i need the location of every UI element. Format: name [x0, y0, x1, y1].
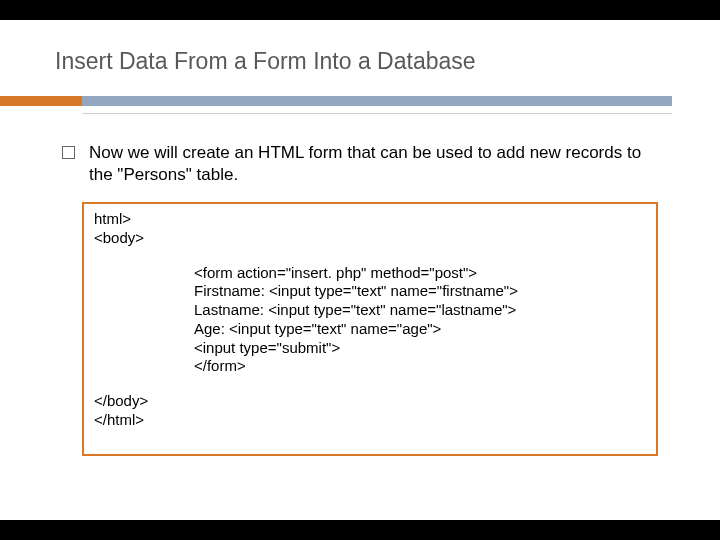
accent-orange [0, 96, 82, 106]
bullet-square-icon [62, 146, 75, 159]
divider-line [82, 113, 672, 114]
code-line: Firstname: <input type="text" name="firs… [194, 282, 646, 301]
code-line: Age: <input type="text" name="age"> [194, 320, 646, 339]
accent-grayblue [82, 96, 672, 106]
bullet-row: Now we will create an HTML form that can… [62, 142, 662, 186]
slide: Insert Data From a Form Into a Database … [0, 20, 720, 520]
code-line: <form action="insert. php" method="post"… [194, 264, 646, 283]
code-line: <body> [94, 229, 646, 248]
code-line: html> [94, 210, 646, 229]
code-line: </body> [94, 392, 646, 411]
accent-bar [0, 96, 672, 106]
bullet-text: Now we will create an HTML form that can… [89, 142, 662, 186]
code-line: </html> [94, 411, 646, 430]
code-line: <input type="submit"> [194, 339, 646, 358]
slide-title: Insert Data From a Form Into a Database [55, 48, 476, 75]
code-box: html> <body> <form action="insert. php" … [82, 202, 658, 456]
code-line: </form> [194, 357, 646, 376]
code-inner-block: <form action="insert. php" method="post"… [194, 264, 646, 377]
code-line: Lastname: <input type="text" name="lastn… [194, 301, 646, 320]
